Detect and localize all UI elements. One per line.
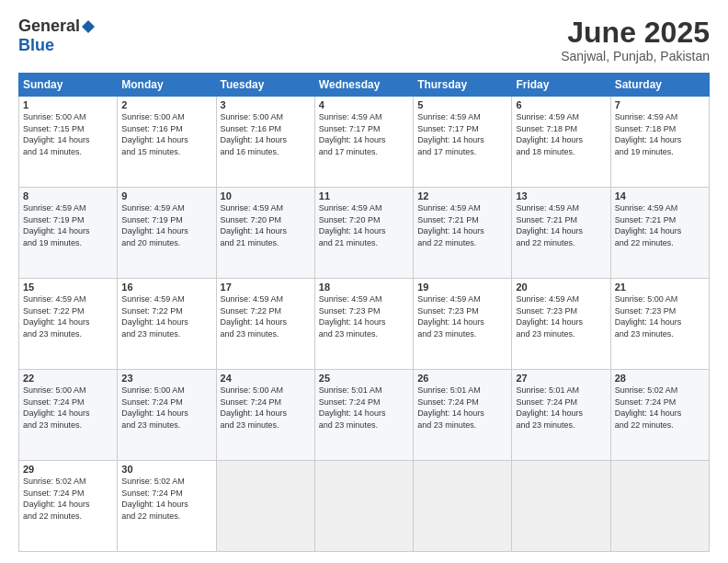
table-row: 13Sunrise: 4:59 AM Sunset: 7:21 PM Dayli… <box>512 188 610 279</box>
day-info: Sunrise: 4:59 AM Sunset: 7:20 PM Dayligh… <box>221 202 311 248</box>
table-row: 11Sunrise: 4:59 AM Sunset: 7:20 PM Dayli… <box>314 188 413 279</box>
table-row: 3Sunrise: 5:00 AM Sunset: 7:16 PM Daylig… <box>216 97 314 188</box>
day-number: 9 <box>121 190 211 201</box>
col-tuesday: Tuesday <box>216 74 314 97</box>
day-info: Sunrise: 4:59 AM Sunset: 7:19 PM Dayligh… <box>23 202 113 248</box>
day-number: 19 <box>417 282 507 293</box>
month-title: June 2025 <box>561 17 710 49</box>
day-number: 30 <box>121 464 211 475</box>
day-info: Sunrise: 4:59 AM Sunset: 7:22 PM Dayligh… <box>121 293 211 339</box>
day-number: 14 <box>615 190 705 201</box>
table-row: 2Sunrise: 5:00 AM Sunset: 7:16 PM Daylig… <box>118 97 216 188</box>
table-row: 17Sunrise: 4:59 AM Sunset: 7:22 PM Dayli… <box>216 279 314 370</box>
table-row: 27Sunrise: 5:01 AM Sunset: 7:24 PM Dayli… <box>512 370 610 461</box>
calendar-week-row: 15Sunrise: 4:59 AM Sunset: 7:22 PM Dayli… <box>19 279 710 370</box>
day-info: Sunrise: 4:59 AM Sunset: 7:21 PM Dayligh… <box>417 202 507 248</box>
col-sunday: Sunday <box>19 74 118 97</box>
day-number: 24 <box>221 373 311 384</box>
day-info: Sunrise: 5:01 AM Sunset: 7:24 PM Dayligh… <box>516 385 606 431</box>
day-number: 12 <box>417 190 507 201</box>
col-wednesday: Wednesday <box>314 74 413 97</box>
day-number: 20 <box>516 282 606 293</box>
table-row: 22Sunrise: 5:00 AM Sunset: 7:24 PM Dayli… <box>19 370 118 461</box>
day-info: Sunrise: 4:59 AM Sunset: 7:23 PM Dayligh… <box>516 293 606 339</box>
calendar-week-row: 22Sunrise: 5:00 AM Sunset: 7:24 PM Dayli… <box>19 370 710 461</box>
day-info: Sunrise: 4:59 AM Sunset: 7:21 PM Dayligh… <box>615 202 705 248</box>
logo-icon <box>82 20 95 33</box>
day-info: Sunrise: 4:59 AM Sunset: 7:19 PM Dayligh… <box>121 202 211 248</box>
day-info: Sunrise: 5:01 AM Sunset: 7:24 PM Dayligh… <box>417 385 507 431</box>
col-monday: Monday <box>118 74 216 97</box>
day-number: 27 <box>516 373 606 384</box>
day-info: Sunrise: 5:00 AM Sunset: 7:24 PM Dayligh… <box>221 385 311 431</box>
table-row: 20Sunrise: 4:59 AM Sunset: 7:23 PM Dayli… <box>512 279 610 370</box>
table-row: 29Sunrise: 5:02 AM Sunset: 7:24 PM Dayli… <box>19 461 118 552</box>
day-number: 21 <box>615 282 705 293</box>
day-number: 10 <box>221 190 311 201</box>
day-info: Sunrise: 4:59 AM Sunset: 7:22 PM Dayligh… <box>23 293 113 339</box>
table-row: 6Sunrise: 4:59 AM Sunset: 7:18 PM Daylig… <box>512 97 610 188</box>
table-row: 16Sunrise: 4:59 AM Sunset: 7:22 PM Dayli… <box>118 279 216 370</box>
day-number: 7 <box>615 99 705 110</box>
calendar: Sunday Monday Tuesday Wednesday Thursday… <box>18 73 710 552</box>
title-section: June 2025 Sanjwal, Punjab, Pakistan <box>561 17 710 63</box>
table-row: 12Sunrise: 4:59 AM Sunset: 7:21 PM Dayli… <box>414 188 512 279</box>
day-info: Sunrise: 4:59 AM Sunset: 7:17 PM Dayligh… <box>319 111 409 157</box>
day-info: Sunrise: 5:00 AM Sunset: 7:24 PM Dayligh… <box>121 385 211 431</box>
day-info: Sunrise: 4:59 AM Sunset: 7:23 PM Dayligh… <box>319 293 409 339</box>
day-info: Sunrise: 5:02 AM Sunset: 7:24 PM Dayligh… <box>23 476 113 522</box>
day-info: Sunrise: 4:59 AM Sunset: 7:17 PM Dayligh… <box>417 111 507 157</box>
table-row <box>512 461 610 552</box>
logo: General Blue <box>18 17 95 55</box>
day-info: Sunrise: 5:01 AM Sunset: 7:24 PM Dayligh… <box>319 385 409 431</box>
day-info: Sunrise: 5:00 AM Sunset: 7:16 PM Dayligh… <box>121 111 211 157</box>
table-row <box>216 461 314 552</box>
table-row <box>610 461 709 552</box>
day-number: 18 <box>319 282 409 293</box>
table-row: 18Sunrise: 4:59 AM Sunset: 7:23 PM Dayli… <box>314 279 413 370</box>
table-row: 10Sunrise: 4:59 AM Sunset: 7:20 PM Dayli… <box>216 188 314 279</box>
table-row: 26Sunrise: 5:01 AM Sunset: 7:24 PM Dayli… <box>414 370 512 461</box>
day-number: 25 <box>319 373 409 384</box>
day-number: 16 <box>121 282 211 293</box>
table-row: 14Sunrise: 4:59 AM Sunset: 7:21 PM Dayli… <box>610 188 709 279</box>
day-info: Sunrise: 5:00 AM Sunset: 7:24 PM Dayligh… <box>23 385 113 431</box>
table-row: 23Sunrise: 5:00 AM Sunset: 7:24 PM Dayli… <box>118 370 216 461</box>
logo-text: General <box>18 17 95 36</box>
table-row: 21Sunrise: 5:00 AM Sunset: 7:23 PM Dayli… <box>610 279 709 370</box>
day-number: 5 <box>417 99 507 110</box>
day-number: 4 <box>319 99 409 110</box>
table-row: 7Sunrise: 4:59 AM Sunset: 7:18 PM Daylig… <box>610 97 709 188</box>
day-number: 6 <box>516 99 606 110</box>
table-row: 8Sunrise: 4:59 AM Sunset: 7:19 PM Daylig… <box>19 188 118 279</box>
table-row: 9Sunrise: 4:59 AM Sunset: 7:19 PM Daylig… <box>118 188 216 279</box>
table-row: 19Sunrise: 4:59 AM Sunset: 7:23 PM Dayli… <box>414 279 512 370</box>
logo-general: General <box>18 17 80 36</box>
day-info: Sunrise: 5:00 AM Sunset: 7:15 PM Dayligh… <box>23 111 113 157</box>
day-number: 1 <box>23 99 113 110</box>
day-number: 28 <box>615 373 705 384</box>
day-number: 3 <box>221 99 311 110</box>
day-info: Sunrise: 4:59 AM Sunset: 7:18 PM Dayligh… <box>615 111 705 157</box>
table-row: 4Sunrise: 4:59 AM Sunset: 7:17 PM Daylig… <box>314 97 413 188</box>
calendar-week-row: 8Sunrise: 4:59 AM Sunset: 7:19 PM Daylig… <box>19 188 710 279</box>
day-info: Sunrise: 4:59 AM Sunset: 7:21 PM Dayligh… <box>516 202 606 248</box>
table-row: 5Sunrise: 4:59 AM Sunset: 7:17 PM Daylig… <box>414 97 512 188</box>
day-number: 13 <box>516 190 606 201</box>
day-info: Sunrise: 5:00 AM Sunset: 7:23 PM Dayligh… <box>615 293 705 339</box>
logo-blue-text: Blue <box>18 36 54 55</box>
day-number: 8 <box>23 190 113 201</box>
day-number: 22 <box>23 373 113 384</box>
table-row: 24Sunrise: 5:00 AM Sunset: 7:24 PM Dayli… <box>216 370 314 461</box>
day-number: 17 <box>221 282 311 293</box>
day-number: 15 <box>23 282 113 293</box>
day-number: 2 <box>121 99 211 110</box>
day-info: Sunrise: 4:59 AM Sunset: 7:18 PM Dayligh… <box>516 111 606 157</box>
table-row <box>414 461 512 552</box>
logo-blue: Blue <box>18 36 54 55</box>
day-info: Sunrise: 4:59 AM Sunset: 7:22 PM Dayligh… <box>221 293 311 339</box>
table-row: 28Sunrise: 5:02 AM Sunset: 7:24 PM Dayli… <box>610 370 709 461</box>
day-info: Sunrise: 5:02 AM Sunset: 7:24 PM Dayligh… <box>615 385 705 431</box>
page: General Blue June 2025 Sanjwal, Punjab, … <box>0 0 728 563</box>
day-number: 11 <box>319 190 409 201</box>
